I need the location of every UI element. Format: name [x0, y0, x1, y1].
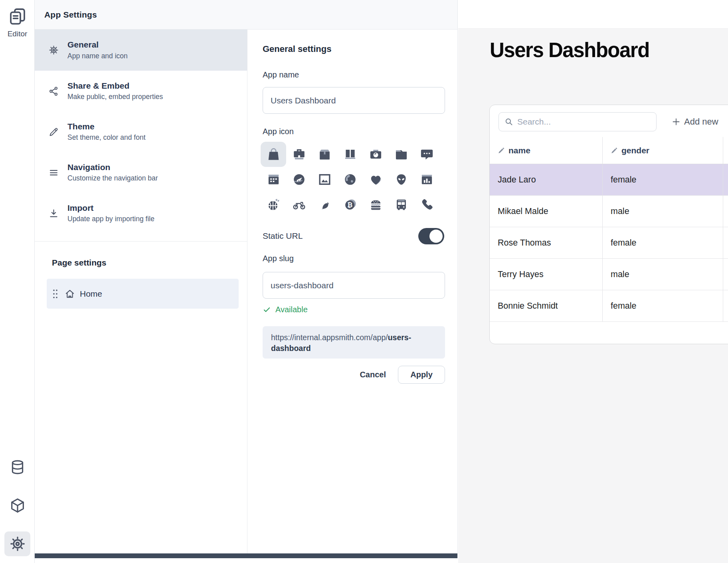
table-row[interactable]: Terry Hayesmale — [490, 259, 728, 290]
app-icon-option-chat[interactable] — [414, 142, 439, 167]
app-icon-option-folder[interactable] — [388, 142, 414, 167]
app-icon-option-camera[interactable] — [363, 142, 388, 167]
cancel-button[interactable]: Cancel — [360, 370, 386, 379]
cell-name[interactable]: Rose Thomas — [490, 227, 603, 258]
phone-icon — [419, 197, 434, 212]
table-row[interactable]: Rose Thomasfemale — [490, 227, 728, 259]
download-icon — [48, 208, 59, 219]
pencil-icon — [48, 127, 59, 137]
sidebar-item-libraries[interactable] — [0, 497, 35, 514]
table-search — [499, 112, 657, 131]
app-icon-option-alien[interactable] — [388, 167, 414, 192]
book-icon — [343, 147, 358, 162]
settings-nav-item-share-embed[interactable]: Share & EmbedMake public, embed properti… — [35, 71, 247, 111]
app-icon-option-airplane[interactable] — [286, 167, 312, 192]
apply-button[interactable]: Apply — [398, 366, 445, 384]
settings-nav-item-theme[interactable]: ThemeSet theme, color and font — [35, 111, 247, 152]
app-icon-grid: ₿ — [261, 142, 441, 217]
cell-gender[interactable]: male — [603, 259, 723, 290]
drag-handle-icon[interactable] — [53, 289, 58, 299]
app-icon-option-heart[interactable] — [363, 167, 388, 192]
app-icon-option-globe[interactable] — [337, 167, 363, 192]
page-title: Users Dashboard — [490, 38, 649, 62]
sidebar-item-settings[interactable] — [0, 531, 35, 556]
editor-label: Editor — [0, 30, 35, 38]
general-settings-heading: General settings — [263, 44, 331, 54]
chat-icon — [419, 147, 434, 162]
sidebar-item-datasources[interactable] — [0, 458, 35, 476]
settings-nav: GeneralApp name and iconShare & EmbedMak… — [35, 30, 247, 558]
app-icon-option-bird[interactable] — [312, 192, 337, 217]
column-header-gender[interactable]: gender — [603, 137, 723, 164]
static-url-toggle[interactable] — [418, 228, 444, 244]
package-icon — [317, 147, 332, 162]
sidebar-item-editor[interactable]: Editor — [0, 6, 35, 38]
app-icon-label: App icon — [263, 127, 294, 136]
app-icon-option-bitcoin[interactable]: ₿ — [337, 192, 363, 217]
cell-name[interactable]: Mikael Malde — [490, 196, 603, 227]
alien-icon — [394, 172, 409, 187]
page-label: Home — [80, 289, 102, 299]
app-slug-input[interactable] — [263, 272, 445, 299]
app-url-preview: https://internal.appsmith.com/app/users-… — [263, 326, 445, 359]
settings-nav-item-general[interactable]: GeneralApp name and icon — [35, 30, 247, 71]
canvas-area: Users Dashboard Add new namegender Jade … — [458, 0, 728, 563]
cell-name[interactable]: Jade Laro — [490, 164, 603, 195]
nav-item-subtitle: Customize the navigation bar — [67, 174, 158, 182]
column-header-name[interactable]: name — [490, 137, 603, 164]
appsmith-editor: Editor App Settings GeneralApp name and … — [0, 0, 728, 563]
folder-icon — [394, 147, 409, 162]
cell-gender[interactable]: female — [603, 290, 723, 321]
page-settings-item-home[interactable]: Home — [47, 279, 239, 309]
app-icon-option-phone[interactable] — [414, 192, 439, 217]
database-icon — [9, 458, 26, 476]
app-icon-option-book[interactable] — [337, 142, 363, 167]
burger-icon — [368, 197, 383, 212]
app-icon-option-picture[interactable] — [312, 167, 337, 192]
cell-name[interactable]: Terry Hayes — [490, 259, 603, 290]
cell-extra — [723, 227, 728, 258]
app-slug-label: App slug — [263, 254, 294, 263]
briefcase-icon — [292, 147, 307, 162]
app-name-input[interactable] — [263, 87, 445, 114]
add-new-button[interactable]: Add new — [671, 112, 718, 131]
bar-chart-icon — [419, 172, 434, 187]
static-url-label: Static URL — [263, 231, 303, 241]
app-icon-option-calendar[interactable] — [261, 167, 286, 192]
app-icon-option-basketball[interactable] — [261, 192, 286, 217]
cell-extra — [723, 290, 728, 321]
settings-nav-item-import[interactable]: ImportUpdate app by importing file — [35, 193, 247, 234]
column-header-extra — [723, 137, 728, 164]
search-icon — [504, 117, 514, 127]
table-row[interactable]: Jade Larofemale — [490, 164, 728, 196]
nav-item-title: Theme — [67, 122, 146, 131]
svg-text:₿: ₿ — [347, 201, 352, 209]
globe-icon — [343, 172, 358, 187]
basketball-icon — [266, 197, 281, 212]
gear-icon — [48, 45, 59, 56]
settings-selected-bg — [4, 531, 30, 556]
app-icon-option-shopping-bag[interactable] — [261, 142, 286, 167]
app-icon-option-bicycle[interactable] — [286, 192, 312, 217]
app-icon-option-burger[interactable] — [363, 192, 388, 217]
pencil-solid-icon — [498, 147, 505, 154]
app-url-text: https://internal.appsmith.com/app/users-… — [271, 332, 411, 354]
table-row[interactable]: Mikael Maldemale — [490, 196, 728, 227]
cell-name[interactable]: Bonnie Schmidt — [490, 290, 603, 321]
table-row[interactable]: Bonnie Schmidtfemale — [490, 290, 728, 322]
app-icon-option-briefcase[interactable] — [286, 142, 312, 167]
cell-gender[interactable]: male — [603, 196, 723, 227]
cell-gender[interactable]: female — [603, 227, 723, 258]
search-input[interactable] — [514, 117, 656, 127]
app-icon-option-bus[interactable] — [388, 192, 414, 217]
pencil-solid-icon — [611, 147, 618, 154]
settings-nav-item-navigation[interactable]: NavigationCustomize the navigation bar — [35, 152, 247, 193]
panel-title: App Settings — [44, 10, 97, 20]
app-icon-option-bar-chart[interactable] — [414, 167, 439, 192]
app-icon-option-package[interactable] — [312, 142, 337, 167]
cell-gender[interactable]: female — [603, 164, 723, 195]
bicycle-icon — [292, 197, 307, 212]
app-settings-header: App Settings — [35, 0, 457, 30]
add-new-label: Add new — [684, 117, 718, 127]
calendar-icon — [266, 172, 281, 187]
